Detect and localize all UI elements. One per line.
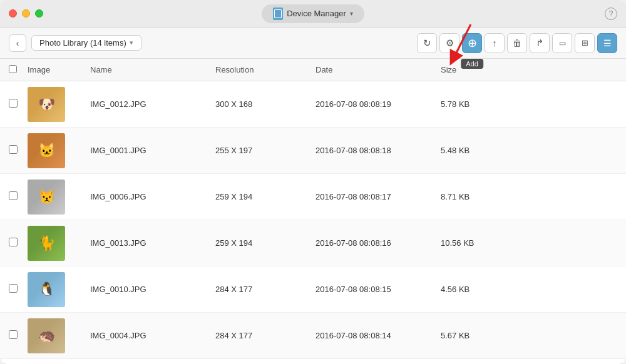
folder-chevron-icon: ▾ [130,39,133,47]
minimize-button[interactable] [22,9,30,18]
image-column-header: Image [28,65,90,74]
row-date-2: 2016-07-08 08:08:17 [316,192,441,201]
grid-view-button[interactable]: ⊞ [575,33,595,53]
title-chevron-icon: ▾ [350,10,353,17]
row-date-0: 2016-07-08 08:08:19 [316,99,441,109]
settings-icon: ⚙ [446,38,454,49]
list-view-button[interactable]: ☰ [597,33,617,53]
upload-icon: ↑ [492,38,497,48]
row-name-2: IMG_0006.JPG [90,192,215,201]
row-resolution-3: 259 X 194 [215,238,316,248]
add-tooltip-label: Add [461,59,483,69]
checkbox-3[interactable] [9,238,18,246]
row-date-4: 2016-07-08 08:08:15 [316,285,441,294]
check-all-header [9,64,28,76]
table-row: 🐱 IMG_0001.JPG 255 X 197 2016-07-08 08:0… [0,128,626,174]
row-date-5: 2016-07-08 08:08:14 [316,331,441,340]
refresh-icon: ↻ [423,38,431,49]
table-row: 🐈 IMG_0013.JPG 259 X 194 2016-07-08 08:0… [0,220,626,266]
thumbnail-3: 🐈 [28,226,65,261]
row-size-3: 10.56 KB [441,238,617,248]
row-name-0: IMG_0012.JPG [90,99,215,109]
table-row: 😾 IMG_0006.JPG 259 X 194 2016-07-08 08:0… [0,174,626,220]
thumbnail-5: 🦔 [28,318,65,353]
folder-selector[interactable]: Photo Library (14 items) ▾ [31,35,141,51]
help-button[interactable]: ? [605,8,617,20]
row-resolution-0: 300 X 168 [215,99,316,109]
row-resolution-5: 284 X 177 [215,331,316,340]
row-date-3: 2016-07-08 08:08:16 [316,238,441,248]
toolbar: ‹ Photo Library (14 items) ▾ ↻ ⚙ ⊕ Add ↑… [0,28,626,59]
export-icon: ↱ [536,38,544,49]
row-size-0: 5.78 KB [441,99,617,109]
app-title-pill[interactable]: Device Manager ▾ [262,4,364,23]
row-size-2: 8.71 KB [441,192,617,201]
row-name-3: IMG_0013.JPG [90,238,215,248]
export-button[interactable]: ↱ [530,33,550,53]
grid-icon: ⊞ [582,38,588,48]
row-image-0: 🐶 [28,87,90,122]
row-size-5: 5.67 KB [441,331,617,340]
row-image-4: 🐧 [28,272,90,307]
checkbox-5[interactable] [9,330,18,339]
row-checkbox-1[interactable] [9,145,28,156]
list-icon: ☰ [603,38,612,48]
app-icon [273,8,283,20]
row-resolution-2: 259 X 194 [215,192,316,201]
row-name-1: IMG_0001.JPG [90,146,215,155]
row-image-1: 🐱 [28,133,90,168]
row-image-2: 😾 [28,179,90,215]
row-resolution-1: 255 X 197 [215,146,316,155]
table-row: 🐧 IMG_0010.JPG 284 X 177 2016-07-08 08:0… [0,266,626,313]
row-date-1: 2016-07-08 08:08:18 [316,146,441,155]
checkbox-0[interactable] [9,99,18,108]
toolbar-actions: ↻ ⚙ ⊕ Add ↑ 🗑 ↱ ▭ ⊞ [417,33,617,53]
add-icon: ⊕ [468,36,477,50]
settings-button[interactable]: ⚙ [439,33,459,53]
traffic-lights [9,9,43,18]
resolution-column-header: Resolution [215,65,316,74]
app-title: Device Manager [287,9,346,18]
row-image-5: 🦔 [28,318,90,353]
select-all-checkbox[interactable] [9,65,17,73]
table-row: 🦔 IMG_0004.JPG 284 X 177 2016-07-08 08:0… [0,313,626,359]
row-size-1: 5.48 KB [441,146,617,155]
thumbnail-1: 🐱 [28,133,65,168]
thumbnail-2: 😾 [28,179,65,215]
row-name-4: IMG_0010.JPG [90,285,215,294]
row-resolution-4: 284 X 177 [215,285,316,294]
back-icon: ‹ [16,38,19,48]
delete-button[interactable]: 🗑 [507,33,527,53]
thumbnail-0: 🐶 [28,87,65,122]
add-button[interactable]: ⊕ Add [462,33,482,53]
column-headers: Image Name Resolution Date Size [0,59,626,81]
checkbox-1[interactable] [9,145,18,154]
row-checkbox-5[interactable] [9,330,28,341]
table-row: 🐶 IMG_0012.JPG 300 X 168 2016-07-08 08:0… [0,81,626,128]
row-image-3: 🐈 [28,226,90,261]
delete-icon: 🗑 [513,38,521,48]
row-checkbox-2[interactable] [9,191,28,203]
row-name-5: IMG_0004.JPG [90,331,215,340]
table-row: 🌻 IMG_0007.JPG 284 X 177 2016-07-08 08:0… [0,359,626,364]
device-button[interactable]: ▭ [552,33,572,53]
folder-label: Photo Library (14 items) [39,38,126,48]
back-button[interactable]: ‹ [9,34,26,52]
close-button[interactable] [9,9,17,18]
row-checkbox-3[interactable] [9,238,28,249]
row-checkbox-0[interactable] [9,99,28,110]
row-checkbox-4[interactable] [9,284,28,295]
name-column-header: Name [90,65,215,74]
device-icon: ▭ [559,39,566,48]
thumbnail-4: 🐧 [28,272,65,307]
row-size-4: 4.56 KB [441,285,617,294]
checkbox-2[interactable] [9,191,18,200]
title-bar: Device Manager ▾ ? [0,0,626,28]
refresh-button[interactable]: ↻ [417,33,437,53]
upload-button[interactable]: ↑ [485,33,505,53]
maximize-button[interactable] [35,9,43,18]
checkbox-4[interactable] [9,284,18,293]
table-body: 🐶 IMG_0012.JPG 300 X 168 2016-07-08 08:0… [0,81,626,364]
date-column-header: Date [316,65,441,74]
